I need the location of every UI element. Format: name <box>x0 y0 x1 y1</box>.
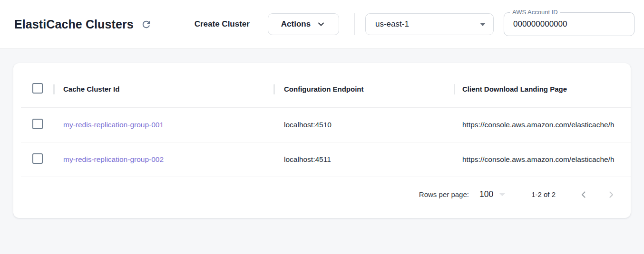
actions-button-label: Actions <box>281 19 311 29</box>
configuration-endpoint-cell: localhost:4510 <box>274 121 454 129</box>
select-all-checkbox[interactable] <box>32 83 43 94</box>
region-select-value: us-east-1 <box>375 19 409 29</box>
main-content: Cache Cluster Id Configuration Endpoint … <box>0 63 644 218</box>
aws-account-id-label: AWS Account ID <box>510 9 560 16</box>
column-separator <box>454 84 455 94</box>
column-header-configuration-endpoint[interactable]: Configuration Endpoint <box>274 85 454 93</box>
app-header: ElastiCache Clusters Create Cluster Acti… <box>0 0 644 49</box>
row-select-cell <box>13 153 54 166</box>
pagination-range-label: 1-2 of 2 <box>531 190 556 198</box>
header-right-group: us-east-1 AWS Account ID <box>354 12 634 36</box>
row-checkbox[interactable] <box>32 119 43 129</box>
column-separator <box>273 84 275 94</box>
chevron-right-icon <box>605 189 617 200</box>
region-select[interactable]: us-east-1 <box>365 13 494 35</box>
previous-page-button[interactable] <box>577 188 590 201</box>
rows-per-page-value: 100 <box>479 189 493 199</box>
refresh-button[interactable] <box>139 17 154 31</box>
caret-down-icon <box>499 193 506 196</box>
pagination-bar: Rows per page: 100 1-2 of 2 <box>13 177 631 212</box>
refresh-icon <box>141 19 152 30</box>
rows-per-page-select[interactable]: 100 <box>479 189 506 199</box>
aws-account-id-input[interactable] <box>504 13 634 36</box>
row-checkbox[interactable] <box>32 153 43 164</box>
column-header-client-download-landing-page[interactable]: Client Download Landing Page <box>454 85 631 93</box>
cluster-id-link[interactable]: my-redis-replication-group-002 <box>63 155 164 163</box>
next-page-button[interactable] <box>605 188 617 201</box>
cluster-id-link[interactable]: my-redis-replication-group-001 <box>63 121 164 129</box>
landing-page-cell: https://console.aws.amazon.com/elasticac… <box>454 155 631 164</box>
column-separator <box>53 84 55 94</box>
landing-page-cell: https://console.aws.amazon.com/elasticac… <box>454 121 631 129</box>
table-row: my-redis-replication-group-001 localhost… <box>13 108 631 142</box>
clusters-table-card: Cache Cluster Id Configuration Endpoint … <box>13 63 631 218</box>
page-title: ElastiCache Clusters <box>14 18 134 31</box>
rows-per-page-label: Rows per page: <box>419 190 469 198</box>
table-row: my-redis-replication-group-002 localhost… <box>13 142 631 177</box>
chevron-down-icon <box>316 19 326 29</box>
actions-button[interactable]: Actions <box>268 13 339 35</box>
table-header-row: Cache Cluster Id Configuration Endpoint … <box>13 71 631 107</box>
row-select-cell <box>13 119 54 131</box>
header-divider <box>354 13 355 35</box>
chevron-left-icon <box>578 189 589 200</box>
caret-down-icon <box>480 23 486 26</box>
column-header-cache-cluster-id[interactable]: Cache Cluster Id <box>54 85 274 93</box>
configuration-endpoint-cell: localhost:4511 <box>274 155 454 164</box>
aws-account-id-field: AWS Account ID <box>504 12 634 36</box>
create-cluster-button[interactable]: Create Cluster <box>192 16 253 33</box>
select-all-cell <box>13 83 54 95</box>
